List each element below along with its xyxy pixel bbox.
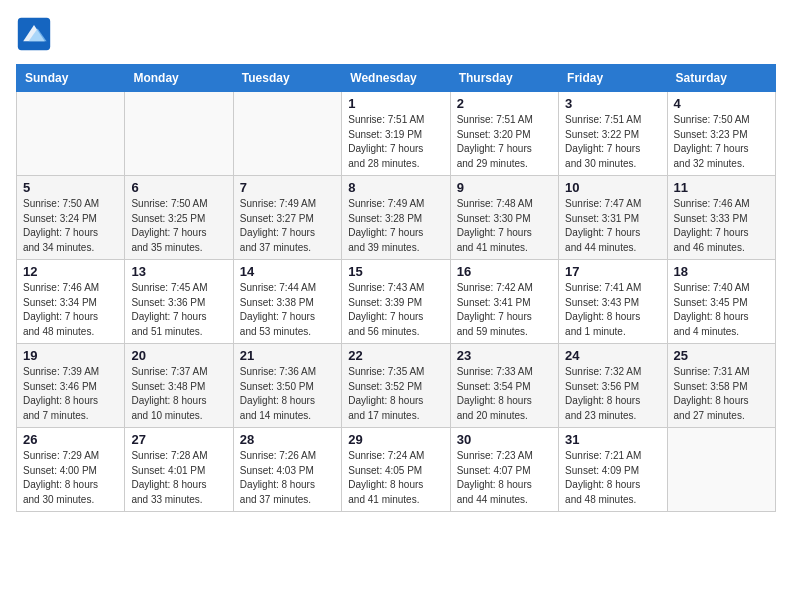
day-number: 3 [565,96,660,111]
calendar-day-cell: 29Sunrise: 7:24 AMSunset: 4:05 PMDayligh… [342,428,450,512]
day-info-text: Sunrise: 7:50 AM [23,197,118,212]
calendar-day-cell: 19Sunrise: 7:39 AMSunset: 3:46 PMDayligh… [17,344,125,428]
day-info-text: Sunset: 4:05 PM [348,464,443,479]
calendar-day-cell: 30Sunrise: 7:23 AMSunset: 4:07 PMDayligh… [450,428,558,512]
day-info-text: Sunrise: 7:51 AM [457,113,552,128]
day-number: 2 [457,96,552,111]
day-info-text: and 48 minutes. [23,325,118,340]
day-info-text: Sunset: 3:28 PM [348,212,443,227]
day-info-text: Sunset: 4:03 PM [240,464,335,479]
day-number: 18 [674,264,769,279]
day-info-text: and 37 minutes. [240,493,335,508]
calendar-day-cell: 24Sunrise: 7:32 AMSunset: 3:56 PMDayligh… [559,344,667,428]
day-info-text: Sunrise: 7:32 AM [565,365,660,380]
day-info-text: Sunrise: 7:48 AM [457,197,552,212]
day-info-text: Daylight: 8 hours [131,394,226,409]
day-info-text: Sunset: 3:36 PM [131,296,226,311]
day-number: 6 [131,180,226,195]
day-number: 21 [240,348,335,363]
day-info-text: Sunrise: 7:23 AM [457,449,552,464]
calendar-day-cell: 25Sunrise: 7:31 AMSunset: 3:58 PMDayligh… [667,344,775,428]
day-number: 8 [348,180,443,195]
day-info-text: Daylight: 8 hours [240,394,335,409]
calendar-day-cell: 10Sunrise: 7:47 AMSunset: 3:31 PMDayligh… [559,176,667,260]
day-info-text: and 56 minutes. [348,325,443,340]
logo [16,16,56,52]
day-info-text: Daylight: 8 hours [565,394,660,409]
calendar-day-cell: 21Sunrise: 7:36 AMSunset: 3:50 PMDayligh… [233,344,341,428]
day-info-text: Sunrise: 7:41 AM [565,281,660,296]
day-info-text: Daylight: 8 hours [23,478,118,493]
day-info-text: and 7 minutes. [23,409,118,424]
day-of-week-header: Tuesday [233,65,341,92]
day-number: 5 [23,180,118,195]
day-info-text: and 51 minutes. [131,325,226,340]
day-number: 4 [674,96,769,111]
day-info-text: and 37 minutes. [240,241,335,256]
day-info-text: and 39 minutes. [348,241,443,256]
day-info-text: Sunset: 3:50 PM [240,380,335,395]
day-number: 16 [457,264,552,279]
day-number: 10 [565,180,660,195]
calendar-table: SundayMondayTuesdayWednesdayThursdayFrid… [16,64,776,512]
day-info-text: Sunset: 3:52 PM [348,380,443,395]
day-info-text: Daylight: 7 hours [565,142,660,157]
day-info-text: Sunrise: 7:49 AM [348,197,443,212]
day-number: 30 [457,432,552,447]
day-info-text: Sunset: 3:54 PM [457,380,552,395]
day-info-text: Daylight: 7 hours [674,142,769,157]
calendar-week-row: 19Sunrise: 7:39 AMSunset: 3:46 PMDayligh… [17,344,776,428]
day-number: 19 [23,348,118,363]
day-info-text: and 28 minutes. [348,157,443,172]
day-info-text: Sunrise: 7:51 AM [348,113,443,128]
day-info-text: Daylight: 7 hours [565,226,660,241]
calendar-day-cell: 31Sunrise: 7:21 AMSunset: 4:09 PMDayligh… [559,428,667,512]
day-info-text: Sunset: 3:25 PM [131,212,226,227]
day-info-text: Daylight: 8 hours [565,478,660,493]
day-info-text: Sunset: 3:19 PM [348,128,443,143]
day-number: 20 [131,348,226,363]
day-info-text: Sunset: 3:22 PM [565,128,660,143]
calendar-day-cell: 5Sunrise: 7:50 AMSunset: 3:24 PMDaylight… [17,176,125,260]
day-number: 15 [348,264,443,279]
day-info-text: Sunrise: 7:40 AM [674,281,769,296]
day-info-text: Sunrise: 7:26 AM [240,449,335,464]
day-info-text: and 27 minutes. [674,409,769,424]
day-info-text: and 20 minutes. [457,409,552,424]
day-number: 24 [565,348,660,363]
day-info-text: Sunset: 3:38 PM [240,296,335,311]
day-info-text: Sunset: 3:31 PM [565,212,660,227]
day-info-text: Sunset: 3:56 PM [565,380,660,395]
day-info-text: and 4 minutes. [674,325,769,340]
day-info-text: Daylight: 8 hours [674,394,769,409]
day-of-week-header: Wednesday [342,65,450,92]
day-info-text: Sunset: 3:41 PM [457,296,552,311]
day-info-text: Daylight: 7 hours [674,226,769,241]
day-number: 12 [23,264,118,279]
day-of-week-header: Thursday [450,65,558,92]
day-info-text: Daylight: 7 hours [23,310,118,325]
calendar-day-cell: 23Sunrise: 7:33 AMSunset: 3:54 PMDayligh… [450,344,558,428]
day-info-text: Sunrise: 7:35 AM [348,365,443,380]
day-info-text: Daylight: 8 hours [131,478,226,493]
day-info-text: and 53 minutes. [240,325,335,340]
calendar-day-cell: 3Sunrise: 7:51 AMSunset: 3:22 PMDaylight… [559,92,667,176]
day-info-text: Sunset: 3:43 PM [565,296,660,311]
page-header [16,16,776,52]
day-info-text: Sunrise: 7:47 AM [565,197,660,212]
day-info-text: Daylight: 8 hours [23,394,118,409]
day-number: 31 [565,432,660,447]
calendar-day-cell: 22Sunrise: 7:35 AMSunset: 3:52 PMDayligh… [342,344,450,428]
day-info-text: Sunrise: 7:50 AM [131,197,226,212]
day-info-text: Sunrise: 7:46 AM [674,197,769,212]
calendar-week-row: 12Sunrise: 7:46 AMSunset: 3:34 PMDayligh… [17,260,776,344]
day-info-text: Sunset: 3:45 PM [674,296,769,311]
day-info-text: Sunrise: 7:21 AM [565,449,660,464]
calendar-day-cell: 18Sunrise: 7:40 AMSunset: 3:45 PMDayligh… [667,260,775,344]
day-info-text: Sunset: 3:46 PM [23,380,118,395]
day-info-text: and 14 minutes. [240,409,335,424]
day-number: 13 [131,264,226,279]
day-number: 9 [457,180,552,195]
day-info-text: and 44 minutes. [565,241,660,256]
calendar-day-cell: 13Sunrise: 7:45 AMSunset: 3:36 PMDayligh… [125,260,233,344]
